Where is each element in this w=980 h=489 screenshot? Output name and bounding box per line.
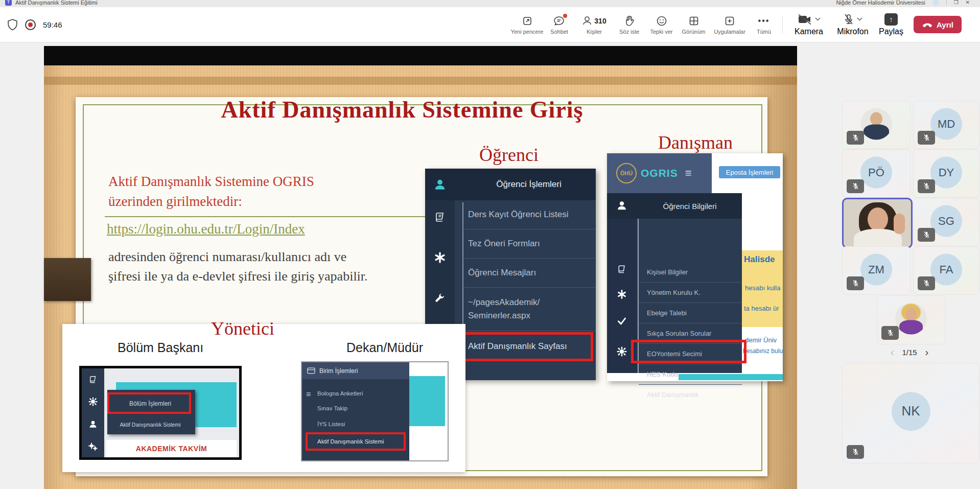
- participant-initials-avatar: DY: [930, 156, 962, 188]
- advisor-section-label: Danışman: [658, 132, 733, 153]
- participant-photo-avatar: [860, 108, 892, 139]
- advisor-menu-item[interactable]: Yönetim Kurulu K.: [639, 283, 742, 303]
- react-button[interactable]: Tepki ver: [645, 15, 678, 35]
- book-icon: [617, 264, 627, 274]
- dean-menu-item[interactable]: İYS Listesi: [317, 421, 345, 427]
- slide-title: Aktif Danışmanlık Sistemine Giriş: [175, 96, 629, 123]
- camera-options-chevron-icon[interactable]: [815, 17, 821, 21]
- dean-menu-item[interactable]: Sınav Takip: [317, 405, 347, 411]
- teams-logo-icon: T: [5, 0, 12, 6]
- recording-indicator-icon[interactable]: [25, 19, 36, 30]
- account-name: Niğde Ömer Halisdemir Üniversitesi: [836, 0, 925, 6]
- pager-label: 1/15: [902, 348, 917, 357]
- dean-menu-item-active[interactable]: Birim İşlemleri: [302, 362, 409, 379]
- participant-tile[interactable]: [842, 101, 911, 149]
- toolbar-divider: [782, 16, 783, 33]
- share-button[interactable]: ↑ Paylaş: [875, 13, 907, 36]
- gear-icon: [88, 397, 98, 406]
- person-icon: [616, 200, 627, 211]
- camera-button[interactable]: Kamera: [787, 13, 831, 36]
- asterisk-icon: [434, 251, 446, 264]
- chat-button[interactable]: Sohbet: [543, 15, 575, 35]
- participant-tile[interactable]: FA: [913, 246, 979, 295]
- student-menu-item[interactable]: Tez Öneri Formları: [463, 229, 596, 259]
- mic-muted-badge: [918, 179, 935, 193]
- participant-photo-avatar: [895, 303, 927, 335]
- card-icon: [307, 367, 315, 374]
- camera-off-icon: [798, 14, 812, 25]
- email-operations-button[interactable]: Eposta İşlemleri: [719, 166, 780, 178]
- participant-tile[interactable]: [877, 295, 945, 344]
- participant-tile[interactable]: MD: [913, 101, 979, 149]
- chat-icon: [553, 15, 565, 27]
- raise-hand-button[interactable]: Söz iste: [613, 15, 645, 35]
- mic-muted-badge: [847, 276, 864, 290]
- smiley-icon: [656, 15, 667, 27]
- mic-button[interactable]: Mikrofon: [831, 13, 875, 36]
- advisor-menu-item-active[interactable]: Aktif Danışmanlık: [639, 385, 742, 404]
- new-window-button[interactable]: Yeni pencere: [511, 15, 543, 35]
- view-button[interactable]: Görünüm: [678, 15, 710, 35]
- people-count: 310: [594, 17, 606, 25]
- slide-body-text: adresinden öğrenci numarası/kullanıcı ad…: [108, 247, 415, 286]
- dept-head-menu-item[interactable]: Aktif Danışmanlık Sistemi: [109, 418, 191, 431]
- active-speaker-video-tile[interactable]: [842, 198, 913, 248]
- advisor-menu-item[interactable]: Kişisel Bilgiler: [639, 262, 742, 283]
- gear-icon: [617, 346, 627, 357]
- manager-section-label: Yönetici: [211, 318, 274, 339]
- apps-button[interactable]: Uygulamalar: [710, 15, 750, 35]
- dean-menu: Birim İşlemleri ≡ Bologna Anketleri Sına…: [302, 362, 409, 460]
- ellipsis-icon: •••: [758, 15, 770, 27]
- ogris-header: ÖHÜ OGRIS ≡: [607, 153, 712, 193]
- add-app-icon: [724, 15, 735, 27]
- academic-calendar-link[interactable]: AKADEMİK TAKVİM: [106, 440, 237, 457]
- mic-options-chevron-icon[interactable]: [857, 17, 862, 21]
- student-menu-item[interactable]: Öğrenci Mesajları: [463, 259, 596, 288]
- dept-head-icon-column: [82, 368, 104, 457]
- chat-notification-dot: [563, 14, 567, 18]
- login-link[interactable]: https://login.ohu.edu.tr/Login/Index: [107, 221, 305, 237]
- hang-up-icon: [922, 22, 933, 27]
- leave-button[interactable]: Ayrıl: [914, 16, 962, 33]
- dean-title: Dekan/Müdür: [346, 340, 423, 355]
- pager-next-icon[interactable]: ›: [925, 346, 929, 358]
- dean-screenshot: Birim İşlemleri ≡ Bologna Anketleri Sına…: [301, 361, 449, 461]
- student-section-label: Öğrenci: [479, 144, 539, 166]
- mic-muted-badge: [847, 131, 864, 145]
- highlight-box-student: [460, 332, 593, 361]
- dept-head-title: Bölüm Başkanı: [118, 340, 203, 355]
- mic-muted-badge: [847, 179, 864, 193]
- participant-initials-avatar: SG: [930, 205, 962, 237]
- student-menu-item[interactable]: Ders Kayıt Öğrenci Listesi: [463, 200, 596, 229]
- student-menu-header: Öğrenci İşlemleri: [425, 169, 596, 200]
- participant-initials-avatar: PÖ: [860, 156, 892, 188]
- participant-tile[interactable]: PÖ: [842, 149, 911, 198]
- book-icon: [88, 375, 98, 384]
- participant-tile[interactable]: DY: [913, 149, 979, 198]
- hamburger-menu-icon[interactable]: ≡: [685, 167, 692, 180]
- raise-hand-icon: [624, 15, 635, 27]
- teams-meeting-window: T Aktif Danışmanlık Sistemi Eğitimi Niğd…: [0, 0, 980, 489]
- meeting-toolbar: 59:46 Yeni pencere Sohbet 310: [0, 7, 980, 42]
- window-title: Aktif Danışmanlık Sistemi Eğitimi: [15, 0, 98, 6]
- close-window-button[interactable]: ✕: [966, 0, 970, 5]
- more-button[interactable]: ••• Tümü: [750, 15, 778, 35]
- pager-previous-icon[interactable]: ‹: [891, 346, 894, 358]
- student-menu-item[interactable]: ~/pagesAkademik/Seminerler.aspx: [463, 288, 596, 331]
- participants-pager: ‹ 1/15 ›: [841, 345, 978, 359]
- restore-window-button[interactable]: ❐: [954, 0, 959, 5]
- participant-tile[interactable]: ZM: [842, 246, 911, 295]
- advisor-menu-item[interactable]: Ebelge Talebi: [639, 303, 742, 323]
- person-icon: [88, 420, 98, 429]
- ogris-header-right: Eposta İşlemleri: [712, 153, 783, 193]
- new-window-icon: [522, 15, 533, 27]
- asterisk-icon: [617, 289, 627, 299]
- security-shield-icon[interactable]: [7, 19, 18, 31]
- participant-tile-large[interactable]: NK: [842, 363, 979, 463]
- account-avatar[interactable]: [932, 0, 939, 6]
- dean-menu-item[interactable]: Bologna Anketleri: [317, 390, 363, 397]
- participant-initials-avatar: ZM: [860, 253, 892, 285]
- people-button[interactable]: 310 Kişiler: [575, 15, 613, 35]
- person-icon: [433, 178, 447, 191]
- participant-tile[interactable]: SG: [913, 198, 979, 246]
